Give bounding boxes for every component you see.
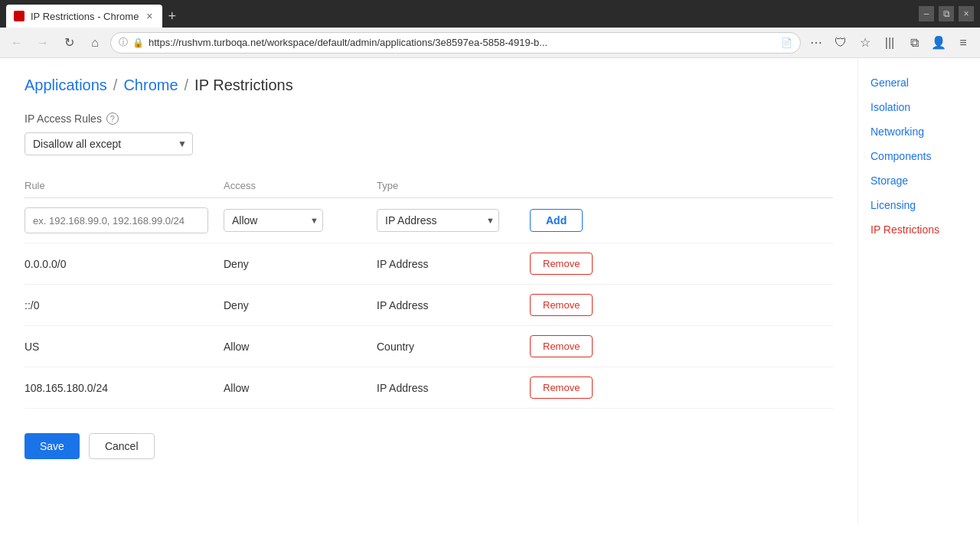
ip-access-rules-dropdown-wrapper: Disallow all except Allow all except All… <box>24 132 193 155</box>
type-select[interactable]: IP Address Country CIDR <box>377 209 499 232</box>
main-content: Applications / Chrome / IP Restrictions … <box>0 58 858 523</box>
nav-profile-button[interactable]: 👤 <box>928 32 949 54</box>
close-button[interactable]: × <box>959 6 974 21</box>
table-row: US Allow Country Remove <box>24 326 833 367</box>
nav-more-button[interactable]: ⋯ <box>805 32 827 54</box>
nav-star-button[interactable]: ☆ <box>854 32 876 54</box>
breadcrumb-sep-1: / <box>113 77 118 94</box>
tab-title: IP Restrictions - Chrome <box>31 11 139 22</box>
ip-access-rules-dropdown[interactable]: Disallow all except Allow all except All… <box>24 132 193 155</box>
col-rule-header: Rule <box>24 174 224 198</box>
nav-tabs-button[interactable]: ⧉ <box>903 32 925 54</box>
rule-input[interactable] <box>24 207 208 233</box>
access-select[interactable]: Allow Deny <box>224 209 323 232</box>
nav-menu-button[interactable]: ≡ <box>952 32 974 54</box>
breadcrumb: Applications / Chrome / IP Restrictions <box>24 77 833 94</box>
row-type: IP Address <box>377 367 530 409</box>
row-rule: US <box>24 326 224 367</box>
url-info-icon: ⓘ <box>119 36 128 49</box>
tab-favicon <box>14 11 24 21</box>
remove-button[interactable]: Remove <box>530 335 593 357</box>
help-icon[interactable]: ? <box>106 112 119 125</box>
sidebar-item-storage[interactable]: Storage <box>858 168 980 193</box>
sidebar-item-isolation[interactable]: Isolation <box>858 95 980 119</box>
sidebar-item-networking[interactable]: Networking <box>858 119 980 144</box>
window-controls: – ⧉ × <box>919 6 974 21</box>
breadcrumb-current: IP Restrictions <box>194 77 293 94</box>
url-text: https://rushvm.turboqa.net/workspace/def… <box>149 37 776 48</box>
new-rule-row: Allow Deny ▼ IP Address Country CIDR <box>24 198 833 243</box>
url-bar[interactable]: ⓘ 🔒 https://rushvm.turboqa.net/workspace… <box>110 32 801 54</box>
page-container: Applications / Chrome / IP Restrictions … <box>0 58 980 523</box>
row-access: Deny <box>224 243 377 285</box>
col-action-header <box>530 174 833 198</box>
row-access: Deny <box>224 285 377 326</box>
cancel-button[interactable]: Cancel <box>89 433 155 459</box>
table-row: ::/0 Deny IP Address Remove <box>24 285 833 326</box>
row-access: Allow <box>224 367 377 409</box>
row-access: Allow <box>224 326 377 367</box>
browser-titlebar: IP Restrictions - Chrome × + – ⧉ × <box>0 0 980 28</box>
sidebar-item-components[interactable]: Components <box>858 144 980 168</box>
breadcrumb-applications-link[interactable]: Applications <box>24 77 107 94</box>
new-tab-button[interactable]: + <box>162 8 183 24</box>
remove-button[interactable]: Remove <box>530 377 593 399</box>
row-type: IP Address <box>377 243 530 285</box>
col-access-header: Access <box>224 174 377 198</box>
col-type-header: Type <box>377 174 530 198</box>
row-type: Country <box>377 326 530 367</box>
nav-shield-button[interactable]: 🛡 <box>830 32 851 54</box>
nav-library-button[interactable]: ||| <box>879 32 900 54</box>
sidebar-item-ip-restrictions[interactable]: IP Restrictions <box>858 217 980 242</box>
home-button[interactable]: ⌂ <box>84 32 106 54</box>
access-select-wrapper: Allow Deny ▼ <box>224 209 323 232</box>
rules-table: Rule Access Type Allow <box>24 174 833 409</box>
sidebar-item-general[interactable]: General <box>858 70 980 95</box>
navigation-bar: ← → ↻ ⌂ ⓘ 🔒 https://rushvm.turboqa.net/w… <box>0 28 980 58</box>
table-row: 0.0.0.0/0 Deny IP Address Remove <box>24 243 833 285</box>
ip-access-rules-label: IP Access Rules ? <box>24 112 833 125</box>
url-lock-icon: 🔒 <box>132 37 144 48</box>
sidebar-item-licensing[interactable]: Licensing <box>858 193 980 217</box>
row-rule: ::/0 <box>24 285 224 326</box>
add-button[interactable]: Add <box>530 209 583 232</box>
remove-button[interactable]: Remove <box>530 253 593 275</box>
forward-button[interactable]: → <box>32 32 54 54</box>
breadcrumb-sep-2: / <box>185 77 189 94</box>
row-type: IP Address <box>377 285 530 326</box>
refresh-button[interactable]: ↻ <box>58 32 80 54</box>
row-rule: 108.165.180.0/24 <box>24 367 224 409</box>
url-reader-icon: 📄 <box>781 37 792 48</box>
breadcrumb-chrome-link[interactable]: Chrome <box>123 77 178 94</box>
nav-tools: ⋯ 🛡 ☆ ||| ⧉ 👤 ≡ <box>805 32 974 54</box>
remove-button[interactable]: Remove <box>530 294 593 316</box>
footer-actions: Save Cancel <box>24 433 833 459</box>
type-select-wrapper: IP Address Country CIDR ▼ <box>377 209 499 232</box>
tab-close-button[interactable]: × <box>145 10 154 22</box>
save-button[interactable]: Save <box>24 433 80 459</box>
active-tab[interactable]: IP Restrictions - Chrome × <box>6 5 162 28</box>
sidebar: General Isolation Networking Components … <box>858 58 980 523</box>
row-rule: 0.0.0.0/0 <box>24 243 224 285</box>
back-button[interactable]: ← <box>6 32 28 54</box>
restore-button[interactable]: ⧉ <box>939 6 954 21</box>
table-row: 108.165.180.0/24 Allow IP Address Remove <box>24 367 833 409</box>
minimize-button[interactable]: – <box>919 6 934 21</box>
